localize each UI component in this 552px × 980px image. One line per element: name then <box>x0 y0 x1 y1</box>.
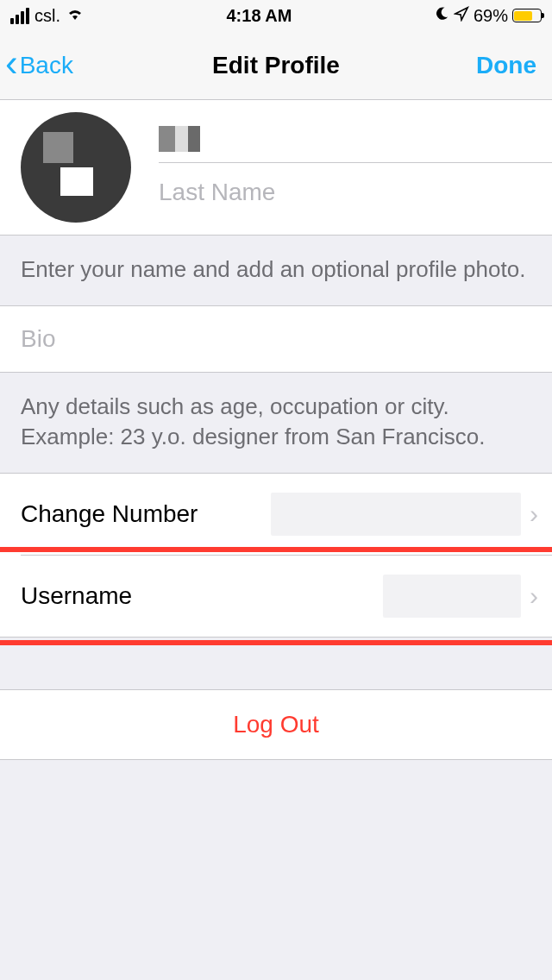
logout-section: Log Out <box>0 689 552 760</box>
status-left: csl. <box>10 6 85 26</box>
name-fields <box>159 112 552 223</box>
account-info-section: Change Number › Username › <box>0 473 552 638</box>
chevron-right-icon: › <box>530 499 538 529</box>
battery-percent: 69% <box>474 6 508 26</box>
clock: 4:18 AM <box>227 6 292 26</box>
username-label: Username <box>21 582 132 610</box>
location-icon <box>454 6 469 26</box>
bio-field[interactable] <box>0 306 552 372</box>
bio-section <box>0 305 552 373</box>
done-button[interactable]: Done <box>476 52 543 79</box>
status-bar: csl. 4:18 AM 69% <box>0 0 552 31</box>
username-row[interactable]: Username › <box>0 556 552 637</box>
logout-button[interactable]: Log Out <box>0 690 552 759</box>
status-right: 69% <box>434 6 542 26</box>
page-title: Edit Profile <box>0 52 552 79</box>
signal-icon <box>10 8 29 24</box>
username-value-redacted <box>383 575 521 618</box>
first-name-redacted <box>159 126 200 152</box>
change-number-row[interactable]: Change Number › <box>0 474 552 555</box>
change-number-label: Change Number <box>21 500 198 528</box>
first-name-field[interactable] <box>159 112 552 162</box>
nav-bar: ‹ Back Edit Profile Done <box>0 31 552 100</box>
profile-edit-section <box>0 100 552 236</box>
wifi-icon <box>66 6 85 26</box>
moon-icon <box>434 6 449 26</box>
spacer <box>0 638 552 689</box>
battery-icon <box>512 9 542 22</box>
back-button[interactable]: ‹ Back <box>5 49 73 82</box>
name-hint-text: Enter your name and add an optional prof… <box>0 236 552 305</box>
chevron-left-icon: ‹ <box>5 44 18 82</box>
avatar[interactable] <box>21 112 131 223</box>
chevron-right-icon: › <box>530 581 538 611</box>
carrier-label: csl. <box>34 6 60 26</box>
phone-number-redacted <box>271 493 521 536</box>
last-name-field[interactable] <box>159 163 552 222</box>
bio-hint-text: Any details such as age, occupation or c… <box>0 373 552 473</box>
back-label: Back <box>20 52 73 79</box>
